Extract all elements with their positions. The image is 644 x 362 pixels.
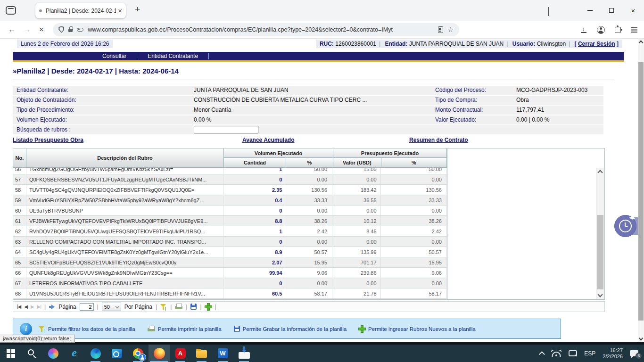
start-button[interactable] [0, 345, 21, 362]
page-number-input[interactable] [80, 303, 94, 311]
extensions-icon[interactable] [615, 27, 621, 33]
table-row[interactable]: 66QUNFUk8gREUgUkVGVUVSWk8gZnk9NDIwMGtnY2… [13, 268, 447, 278]
link-resumen-de-contrato[interactable]: Resumen de Contrato [409, 137, 468, 143]
valor-usd-value: 239.86 [332, 268, 381, 278]
close-button[interactable]: × [622, 0, 644, 21]
url-text[interactable]: www.compraspublicas.gob.ec/ProcesoContra… [88, 26, 434, 33]
maximize-button[interactable] [601, 0, 622, 21]
cantidad-value: 60.5 [223, 288, 285, 299]
taskbar-file-explorer-button[interactable] [191, 345, 212, 362]
taskbar-firefox-button[interactable] [149, 345, 170, 362]
row-number: 58 [13, 185, 26, 195]
profile-icon[interactable] [597, 26, 605, 34]
forward-button[interactable]: → [24, 25, 31, 34]
session-info: RUC: 1260023860001| Entidad: JUNTA PARRO… [316, 40, 622, 48]
taskbar-edge-button[interactable] [85, 345, 106, 362]
scroll-down-icon[interactable] [597, 292, 603, 297]
page-scrollbar[interactable] [638, 39, 644, 342]
go-to-page-icon[interactable] [49, 304, 55, 309]
cantidad-value: 8.9 [223, 247, 285, 257]
display-cast-icon[interactable] [569, 350, 577, 356]
prev-page-button[interactable]: ◀ [24, 304, 27, 309]
rubros-search-input[interactable] [194, 126, 258, 133]
presupuesto-pct-value: 58.17 [381, 288, 447, 299]
back-button[interactable]: ← [8, 25, 16, 34]
table-row[interactable]: 62RVhDQVZBQ0lPTiBNQU5VQUwgUEFSQSBQTElOVE… [13, 226, 447, 237]
add-rubro-icon[interactable] [205, 304, 212, 310]
scroll-up-icon[interactable] [597, 170, 603, 175]
table-row[interactable]: 61VFJBWkFETywgUkVQTEFOVEVPIFkgTklWRUxBQ0… [13, 216, 447, 226]
table-row[interactable]: 59VmVudGFuYSBiYXRpZW50ZSBhbHVtaW5pby92aW… [13, 195, 447, 206]
new-tab-button[interactable]: + [135, 4, 140, 15]
logout-link[interactable]: [ Cerrar Sesión ] [575, 41, 619, 47]
table-row[interactable]: 56TGxhdmOgZGOgOGFzbyBNTW5pamEgOmVKbz5kYS… [13, 168, 447, 174]
tray-time: 16:27 [610, 347, 623, 353]
language-indicator[interactable]: ESP [584, 350, 595, 357]
tracking-shield-icon[interactable] [58, 26, 64, 33]
per-page-select[interactable]: 50 [102, 303, 121, 311]
table-row[interactable]: 68U1VNSU5JU1RSTyBFIElOU1RBTEFDSU9OIERFIE… [13, 288, 447, 299]
taskbar-clock[interactable]: 16:27 2/2/2026 [603, 347, 623, 360]
stop-button[interactable]: × [39, 25, 43, 34]
table-row[interactable]: 64SC4gUy4gRU4gUkVQTEFOVElMTE8gZsK0Yz0gMT… [13, 247, 447, 257]
tab-list-chevron-icon[interactable] [548, 7, 549, 16]
menu-item-consultar[interactable]: Consultar [92, 52, 137, 60]
workspaces-icon[interactable] [6, 6, 16, 15]
site-permissions-icon[interactable] [77, 28, 83, 32]
tray-date: 2/2/2026 [603, 354, 623, 359]
taskbar-chrome-button[interactable] [127, 345, 149, 362]
link-listado-presupuesto-obra[interactable]: Listado Presupuesto Obra [13, 137, 83, 143]
next-page-button[interactable]: ▶ [31, 304, 34, 309]
wifi-icon[interactable] [551, 350, 561, 357]
table-row[interactable]: 58TUVTT04gSC4gQVJNQURPIElOQ0xZIFBBVEFTIF… [13, 185, 447, 195]
scroll-up-icon[interactable] [639, 41, 644, 45]
taskbar-search-button[interactable] [21, 345, 42, 362]
taskbar-word-button[interactable] [212, 345, 233, 362]
menu-icon[interactable] [631, 27, 637, 33]
rubro-description: RVhDQVZBQ0lPTiBNQU5VQUwgUEFSQSBQTElOVE9T… [26, 226, 223, 237]
report-links-row: Listado Presupuesto Obra Avance Acumulad… [13, 137, 603, 144]
taskbar-internet-explorer-button[interactable]: e [64, 345, 85, 362]
tab-close-icon[interactable]: × [118, 7, 122, 14]
address-bar[interactable]: www.compraspublicas.gob.ec/ProcesoContra… [53, 23, 459, 36]
menu-item-entidad-contratante[interactable]: Entidad Contratante [137, 52, 208, 60]
table-row[interactable]: 65SC5TIEVOIFpBUEFUQSBZIE1VUk9TIEYtQz0gMj… [13, 257, 447, 268]
table-scrollbar[interactable] [596, 168, 604, 299]
scrollbar-thumb[interactable] [638, 62, 644, 321]
volumen-pct-value: 50.00 [285, 168, 332, 174]
minimize-button[interactable] [579, 0, 601, 21]
notification-center-icon[interactable]: 6 [630, 350, 638, 356]
col-header-cantidad: Cantidad [224, 158, 286, 168]
info-icon: i [20, 323, 32, 335]
downloads-icon[interactable] [580, 26, 587, 33]
table-row[interactable]: 57Q0FKQSBERSBESVNZVU5UT1JFUyA0LzggREUgMT… [13, 174, 447, 185]
presupuesto-pct-value: 9.06 [381, 268, 447, 278]
title-divider [13, 80, 614, 80]
link-avance-acumulado[interactable]: Avance Acumulado [242, 137, 294, 143]
page-content: Lunes 2 de Febrero del 2026 16:26 RUC: 1… [0, 39, 644, 342]
save-icon[interactable] [190, 304, 197, 310]
reader-view-icon[interactable] [438, 26, 443, 33]
scroll-down-icon[interactable] [639, 336, 644, 341]
first-page-button[interactable]: |◀ [17, 304, 21, 309]
time-tracker-floating-button[interactable] [614, 215, 636, 237]
presupuesto-pct-value: 130.56 [381, 185, 447, 195]
tray-expand-icon[interactable] [539, 351, 545, 357]
lock-icon[interactable] [68, 29, 73, 32]
taskbar-copilot-button[interactable] [42, 345, 64, 362]
bookmark-star-icon[interactable]: ☆ [447, 26, 454, 33]
folder-icon [196, 350, 207, 358]
browser-tab[interactable]: Planilla2 | Desde: 2024-02-17 | H × [35, 3, 126, 18]
filter-icon[interactable] [160, 304, 167, 310]
table-row[interactable]: 60UE9aTyBTRVBUSUNP00.000.000.00 [13, 206, 447, 216]
taskbar-downloads-button[interactable] [233, 345, 255, 362]
print-icon[interactable] [175, 304, 182, 310]
taskbar-outlook-button[interactable] [106, 345, 127, 362]
scrollbar-thumb[interactable] [597, 215, 603, 289]
last-page-button[interactable]: ▶| [37, 304, 41, 309]
table-row[interactable]: 63RELLENO COMPACTADO CON MATERIAL IMPORT… [13, 237, 447, 247]
clock-icon [619, 220, 632, 232]
table-row[interactable]: 67LETREROS INFORMATIVOS TIPO CABALLETE00… [13, 278, 447, 288]
taskbar-acrobat-button[interactable] [170, 345, 191, 362]
cantidad-value: 0 [223, 237, 285, 247]
